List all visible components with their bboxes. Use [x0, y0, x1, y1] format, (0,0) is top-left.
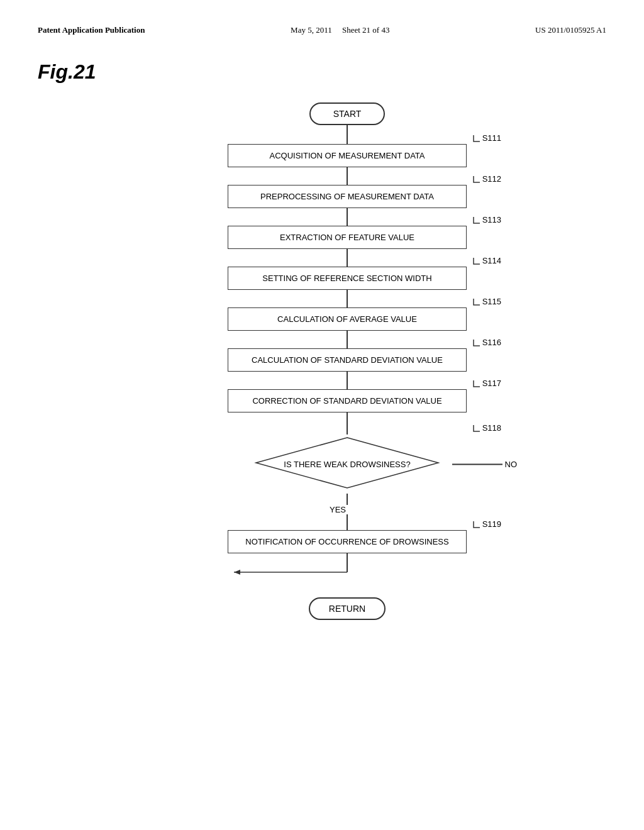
start-oval: START [309, 102, 385, 125]
connector-s114-area: S114 [158, 249, 536, 267]
feedback-svg [158, 553, 536, 591]
connector-line [347, 208, 348, 226]
label-s114: S114 [472, 256, 501, 265]
header-patent-number: US 2011/0105925 A1 [535, 25, 606, 35]
label-s115: S115 [472, 297, 501, 306]
no-label: NO [505, 460, 518, 469]
page-header: Patent Application Publication May 5, 20… [38, 25, 606, 35]
step-s112: PREPROCESSING OF MEASUREMENT DATA [228, 185, 467, 208]
connector-line [347, 412, 348, 434]
yes-connector [347, 494, 348, 505]
decision-text: IS THERE WEAK DROWSINESS? [284, 460, 410, 469]
corner-tick-s114 [472, 257, 481, 265]
no-branch: NO [452, 460, 518, 469]
label-s112: S112 [472, 174, 501, 184]
connector-line [347, 372, 348, 389]
corner-tick-s112 [472, 175, 481, 184]
corner-tick-s113 [472, 216, 481, 224]
yes-label-row: YES [158, 505, 536, 514]
figure-title: Fig.21 [38, 60, 606, 84]
corner-tick-s118 [472, 424, 481, 433]
label-s118: S118 [472, 423, 501, 433]
header-publication: Patent Application Publication [38, 25, 145, 35]
step-s117: CORRECTION OF STANDARD DEVIATION VALUE [228, 389, 467, 412]
corner-tick-s119 [472, 520, 481, 529]
diamond-shape: IS THERE WEAK DROWSINESS? NO [253, 434, 441, 494]
return-node: RETURN [309, 597, 386, 620]
s119-label-row: S119 [158, 514, 536, 530]
flowchart: START S111 ACQUISITION OF MEASUREMENT DA… [88, 102, 606, 620]
connector-line [347, 331, 348, 348]
connector-s115-area: S115 [158, 290, 536, 307]
feedback-area [158, 553, 536, 591]
connector-s116-area: S116 [158, 331, 536, 348]
step-s119: NOTIFICATION OF OCCURRENCE OF DROWSINESS [228, 530, 467, 553]
connector-line [347, 290, 348, 307]
no-line [452, 463, 502, 465]
corner-tick-s116 [472, 338, 481, 347]
decision-s118-wrapper: S118 IS THERE WEAK DROWSINESS? NO [158, 434, 536, 494]
connector-line [347, 167, 348, 185]
svg-marker-2 [234, 570, 240, 575]
yes-label: YES [330, 505, 346, 514]
connector-line [347, 125, 348, 144]
step-s114: SETTING OF REFERENCE SECTION WIDTH [228, 267, 467, 290]
return-oval: RETURN [309, 597, 386, 620]
header-date-sheet: May 5, 2011 Sheet 21 of 43 [291, 25, 389, 35]
page: Patent Application Publication May 5, 20… [0, 0, 644, 830]
corner-tick-s115 [472, 297, 481, 306]
corner-tick-s111 [472, 134, 481, 143]
header-date: May 5, 2011 [291, 25, 332, 35]
label-s113: S113 [472, 215, 501, 224]
connector-s111-area: S111 [158, 125, 536, 144]
start-node: START [158, 102, 536, 125]
yes-connector2 [347, 514, 348, 530]
label-s117: S117 [472, 379, 501, 388]
connector-line [347, 249, 348, 267]
corner-tick-s117 [472, 379, 481, 388]
label-s119: S119 [472, 519, 501, 529]
step-s116: CALCULATION OF STANDARD DEVIATION VALUE [228, 348, 467, 372]
label-s111: S111 [472, 133, 501, 143]
step-s113: EXTRACTION OF FEATURE VALUE [228, 226, 467, 249]
connector-s112-area: S112 [158, 167, 536, 185]
label-s116: S116 [472, 338, 501, 347]
yes-branch-area: YES S119 [158, 494, 536, 530]
connector-s113-area: S113 [158, 208, 536, 226]
connector-s117-area: S117 [158, 372, 536, 389]
step-s111: ACQUISITION OF MEASUREMENT DATA [228, 144, 467, 167]
step-s115: CALCULATION OF AVERAGE VALUE [228, 307, 467, 331]
header-sheet: Sheet 21 of 43 [342, 25, 389, 35]
